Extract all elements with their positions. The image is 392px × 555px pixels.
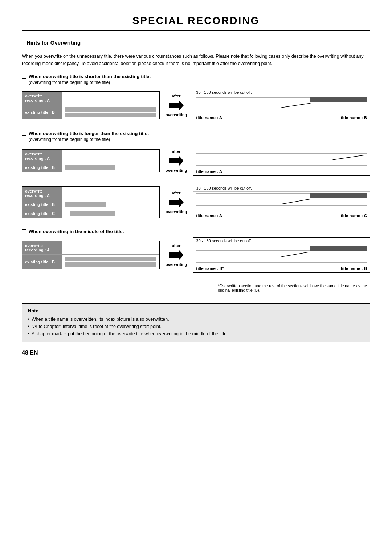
scenario-1: When overwriting title is shorter than t… xyxy=(22,74,370,122)
overwriting-label-4: overwriting xyxy=(166,262,187,267)
diagonal-line-2 xyxy=(196,155,367,160)
right-labels-1: title name : A title name : B xyxy=(193,115,370,122)
split-bar-4 xyxy=(196,246,367,251)
diagram-row-1: overwrite recording : A existing title :… xyxy=(22,89,370,122)
after-label-2: after xyxy=(172,149,181,154)
svg-marker-2 xyxy=(169,156,184,166)
single-white-1 xyxy=(196,109,367,113)
bar-gray-2 xyxy=(65,113,156,117)
single-white-4 xyxy=(196,258,367,263)
left-row-2a: overwrite recording : A xyxy=(22,150,159,163)
row-content-2a xyxy=(62,150,159,163)
svg-line-7 xyxy=(282,252,311,257)
right-note-3: 30 - 180 seconds will be cut off. xyxy=(193,185,370,192)
scenario-2: When overwriting title is longer than th… xyxy=(22,131,370,176)
right-diagram-4: 30 - 180 seconds will be cut off. title … xyxy=(193,237,370,273)
split-white-3 xyxy=(196,193,310,198)
row-content-4b xyxy=(62,255,159,269)
right-labels-2: title name : A xyxy=(193,169,370,175)
row-label-1b: existing title : B xyxy=(22,105,62,119)
row-content-1b xyxy=(62,105,159,119)
arrow-icon-4 xyxy=(169,248,184,262)
row-content-2b xyxy=(62,163,159,172)
left-row-4a: overwrite recording : A xyxy=(22,241,159,255)
bar-white-4a xyxy=(79,246,115,250)
note-item-3: A chapter mark is put the beginning of t… xyxy=(28,330,364,337)
svg-line-5 xyxy=(282,199,311,204)
note-item-1: When a title name is overwritten, its in… xyxy=(28,316,364,323)
checkbox-icon-4 xyxy=(22,229,26,234)
bar-white-3a xyxy=(65,191,106,195)
overwriting-label-2: overwriting xyxy=(166,168,187,173)
right-bars-4 xyxy=(193,244,370,266)
right-note-1: 30 - 180 seconds will be cut off. xyxy=(193,89,370,96)
split-bar-1 xyxy=(196,97,367,102)
bar-gray-2b xyxy=(65,165,115,170)
split-bar-3 xyxy=(196,193,367,198)
diagram-row-3: overwrite recording : A existing title :… xyxy=(22,185,370,220)
scenario-4: When overwriting in the middle of the ti… xyxy=(22,229,370,292)
row-content-3a xyxy=(62,187,159,200)
intro-text: When you overwrite on the unnecessary ti… xyxy=(22,53,370,67)
svg-marker-6 xyxy=(169,250,184,260)
row-content-3b xyxy=(62,200,159,209)
left-row-3c: existing title : C xyxy=(22,209,159,218)
row-label-4b: existing title : B xyxy=(22,255,62,269)
left-row-3a: overwrite recording : A xyxy=(22,187,159,200)
page-title: SPECIAL RECORDING xyxy=(22,11,370,31)
right-bars-3 xyxy=(193,192,370,213)
bar-white-2a xyxy=(65,154,156,158)
split-dark-4 xyxy=(310,246,367,251)
right-note-4: 30 - 180 seconds will be cut off. xyxy=(193,238,370,244)
bar-gray-4b2 xyxy=(65,262,156,267)
note-item-2: "Auto Chapter" interval time is reset at… xyxy=(28,323,364,330)
svg-line-3 xyxy=(333,155,367,160)
footnote: *Overwritten section and the rest of the… xyxy=(218,284,370,292)
note-box: Note When a title name is overwritten, i… xyxy=(22,303,370,342)
single-white-2 xyxy=(196,149,367,154)
row-label-1a: overwrite recording : A xyxy=(22,92,62,105)
row-label-3c: existing title : C xyxy=(22,209,62,218)
svg-line-1 xyxy=(282,103,311,108)
scenario-3: overwrite recording : A existing title :… xyxy=(22,185,370,220)
split-white-1 xyxy=(196,97,310,102)
right-labels-4: title name : B* title name : B xyxy=(193,266,370,272)
after-label-3: after xyxy=(172,191,181,195)
arrow-2: after overwriting xyxy=(166,149,187,173)
checkbox-icon-1 xyxy=(22,74,26,79)
right-label-3a: title name : A xyxy=(196,214,222,218)
row-content-1a xyxy=(62,92,159,105)
arrow-4: after overwriting xyxy=(166,243,187,267)
left-diagram-1: overwrite recording : A existing title :… xyxy=(22,91,160,119)
single-white-3 xyxy=(196,205,367,210)
arrow-3: after overwriting xyxy=(166,191,187,214)
note-title: Note xyxy=(28,308,364,313)
scenario-2-subtitle: (overwriting from the beginning of the t… xyxy=(29,137,370,142)
arrow-icon-3 xyxy=(169,196,184,209)
bar-gray-3b xyxy=(65,202,106,207)
bar-gray-1 xyxy=(65,107,156,112)
after-label-4: after xyxy=(172,243,181,248)
row-label-4a: overwrite recording : A xyxy=(22,241,62,254)
row-content-3c xyxy=(62,209,159,218)
row-label-3a: overwrite recording : A xyxy=(22,187,62,200)
left-diagram-2: overwrite recording : A existing title :… xyxy=(22,149,160,172)
right-diagram-3: 30 - 180 seconds will be cut off. title … xyxy=(193,185,370,220)
left-row-3b: existing title : B xyxy=(22,200,159,209)
left-row-4b: existing title : B xyxy=(22,255,159,269)
left-diagram-3: overwrite recording : A existing title :… xyxy=(22,186,160,218)
bar-gray-4b1 xyxy=(65,257,156,261)
arrow-icon-1 xyxy=(169,99,184,112)
right-label-4b: title name : B xyxy=(341,266,367,271)
overwriting-label-3: overwriting xyxy=(166,210,187,214)
row-label-2b: existing title : B xyxy=(22,163,62,172)
right-labels-3: title name : A title name : C xyxy=(193,213,370,220)
scenario-4-title: When overwriting in the middle of the ti… xyxy=(22,229,370,234)
scenario-1-title: When overwriting title is shorter than t… xyxy=(22,74,370,79)
left-row-2b: existing title : B xyxy=(22,163,159,172)
right-label-4a: title name : B* xyxy=(196,266,224,271)
overwriting-label-1: overwriting xyxy=(166,113,187,117)
row-content-4a xyxy=(62,241,159,254)
right-diagram-1: 30 - 180 seconds will be cut off. title … xyxy=(193,89,370,122)
split-dark-3 xyxy=(310,193,367,198)
